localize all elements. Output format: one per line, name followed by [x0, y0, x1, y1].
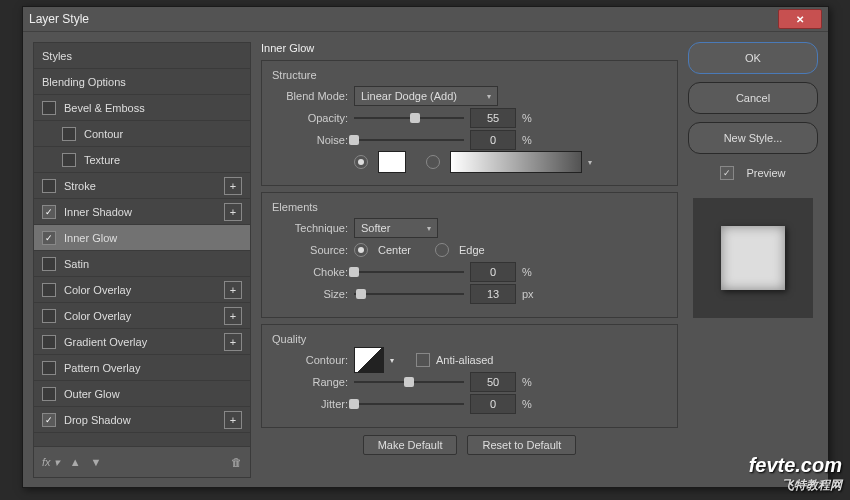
- style-item-stroke[interactable]: Stroke+: [34, 173, 250, 199]
- add-effect-icon[interactable]: +: [224, 333, 242, 351]
- source-label: Source:: [272, 244, 348, 256]
- style-checkbox[interactable]: [42, 335, 56, 349]
- style-label: Inner Glow: [64, 232, 117, 244]
- range-input[interactable]: [470, 372, 516, 392]
- chevron-down-icon[interactable]: ▾: [390, 356, 394, 365]
- reset-default-button[interactable]: Reset to Default: [467, 435, 576, 455]
- preview-thumbnail: [693, 198, 813, 318]
- opacity-slider[interactable]: [354, 111, 464, 125]
- contour-label: Contour:: [272, 354, 348, 366]
- add-effect-icon[interactable]: +: [224, 411, 242, 429]
- choke-input[interactable]: [470, 262, 516, 282]
- style-checkbox[interactable]: [42, 387, 56, 401]
- style-label: Bevel & Emboss: [64, 102, 145, 114]
- range-slider[interactable]: [354, 375, 464, 389]
- style-label: Stroke: [64, 180, 96, 192]
- structure-group: Structure Blend Mode: Linear Dodge (Add)…: [261, 60, 678, 186]
- style-checkbox[interactable]: [42, 309, 56, 323]
- quality-group: Quality Contour: ▾ Anti-aliased Range: %: [261, 324, 678, 428]
- style-checkbox[interactable]: [62, 153, 76, 167]
- right-panel: OK Cancel New Style... ✓ Preview: [688, 42, 818, 478]
- gradient-swatch[interactable]: [450, 151, 582, 173]
- contour-picker[interactable]: [354, 347, 384, 373]
- size-input[interactable]: [470, 284, 516, 304]
- source-center-radio[interactable]: [354, 243, 368, 257]
- sidebar-footer: fx ▾ ▲ ▼ 🗑: [33, 447, 251, 478]
- range-label: Range:: [272, 376, 348, 388]
- add-effect-icon[interactable]: +: [224, 281, 242, 299]
- color-radio[interactable]: [354, 155, 368, 169]
- style-checkbox[interactable]: ✓: [42, 413, 56, 427]
- close-button[interactable]: ✕: [778, 9, 822, 29]
- chevron-down-icon: ▾: [487, 92, 491, 101]
- style-item-outer-glow[interactable]: Outer Glow: [34, 381, 250, 407]
- elements-group: Elements Technique: Softer▾ Source: Cent…: [261, 192, 678, 318]
- style-label: Contour: [84, 128, 123, 140]
- add-effect-icon[interactable]: +: [224, 203, 242, 221]
- size-slider[interactable]: [354, 287, 464, 301]
- styles-header[interactable]: Styles: [34, 43, 250, 69]
- style-checkbox[interactable]: [42, 361, 56, 375]
- blend-mode-dropdown[interactable]: Linear Dodge (Add)▾: [354, 86, 498, 106]
- fx-icon[interactable]: fx ▾: [42, 456, 60, 469]
- jitter-slider[interactable]: [354, 397, 464, 411]
- new-style-button[interactable]: New Style...: [688, 122, 818, 154]
- style-item-gradient-overlay[interactable]: Gradient Overlay+: [34, 329, 250, 355]
- style-label: Satin: [64, 258, 89, 270]
- chevron-down-icon: ▾: [427, 224, 431, 233]
- anti-aliased-checkbox[interactable]: [416, 353, 430, 367]
- style-item-contour[interactable]: Contour: [34, 121, 250, 147]
- make-default-button[interactable]: Make Default: [363, 435, 458, 455]
- styles-sidebar: StylesBlending OptionsBevel & EmbossCont…: [33, 42, 251, 478]
- color-swatch[interactable]: [378, 151, 406, 173]
- style-label: Inner Shadow: [64, 206, 132, 218]
- style-item-satin[interactable]: Satin: [34, 251, 250, 277]
- style-checkbox[interactable]: [42, 101, 56, 115]
- chevron-down-icon[interactable]: ▾: [588, 158, 592, 167]
- style-item-drop-shadow[interactable]: ✓Drop Shadow+: [34, 407, 250, 433]
- add-effect-icon[interactable]: +: [224, 177, 242, 195]
- style-item-color-overlay[interactable]: Color Overlay+: [34, 303, 250, 329]
- style-checkbox[interactable]: ✓: [42, 231, 56, 245]
- add-effect-icon[interactable]: +: [224, 307, 242, 325]
- style-item-texture[interactable]: Texture: [34, 147, 250, 173]
- style-label: Pattern Overlay: [64, 362, 140, 374]
- noise-input[interactable]: [470, 130, 516, 150]
- style-item-inner-glow[interactable]: ✓Inner Glow: [34, 225, 250, 251]
- style-checkbox[interactable]: [42, 283, 56, 297]
- style-item-inner-shadow[interactable]: ✓Inner Shadow+: [34, 199, 250, 225]
- style-item-color-overlay[interactable]: Color Overlay+: [34, 277, 250, 303]
- noise-label: Noise:: [272, 134, 348, 146]
- style-item-bevel-emboss[interactable]: Bevel & Emboss: [34, 95, 250, 121]
- choke-label: Choke:: [272, 266, 348, 278]
- blend-mode-label: Blend Mode:: [272, 90, 348, 102]
- style-checkbox[interactable]: [42, 257, 56, 271]
- style-checkbox[interactable]: ✓: [42, 205, 56, 219]
- elements-label: Elements: [272, 201, 667, 213]
- source-edge-radio[interactable]: [435, 243, 449, 257]
- style-item-pattern-overlay[interactable]: Pattern Overlay: [34, 355, 250, 381]
- layer-style-dialog: Layer Style ✕ StylesBlending OptionsBeve…: [22, 6, 829, 488]
- style-label: Gradient Overlay: [64, 336, 147, 348]
- choke-slider[interactable]: [354, 265, 464, 279]
- dialog-title: Layer Style: [29, 12, 89, 26]
- blending-options-header[interactable]: Blending Options: [34, 69, 250, 95]
- settings-panel: Inner Glow Structure Blend Mode: Linear …: [261, 42, 678, 478]
- gradient-radio[interactable]: [426, 155, 440, 169]
- jitter-input[interactable]: [470, 394, 516, 414]
- ok-button[interactable]: OK: [688, 42, 818, 74]
- watermark: fevte.com 飞特教程网: [749, 454, 842, 494]
- cancel-button[interactable]: Cancel: [688, 82, 818, 114]
- move-down-icon[interactable]: ▼: [91, 456, 102, 468]
- opacity-input[interactable]: [470, 108, 516, 128]
- style-label: Color Overlay: [64, 284, 131, 296]
- style-checkbox[interactable]: [42, 179, 56, 193]
- style-label: Drop Shadow: [64, 414, 131, 426]
- technique-dropdown[interactable]: Softer▾: [354, 218, 438, 238]
- trash-icon[interactable]: 🗑: [231, 456, 242, 468]
- titlebar[interactable]: Layer Style ✕: [23, 7, 828, 32]
- noise-slider[interactable]: [354, 133, 464, 147]
- move-up-icon[interactable]: ▲: [70, 456, 81, 468]
- style-checkbox[interactable]: [62, 127, 76, 141]
- preview-checkbox[interactable]: ✓: [720, 166, 734, 180]
